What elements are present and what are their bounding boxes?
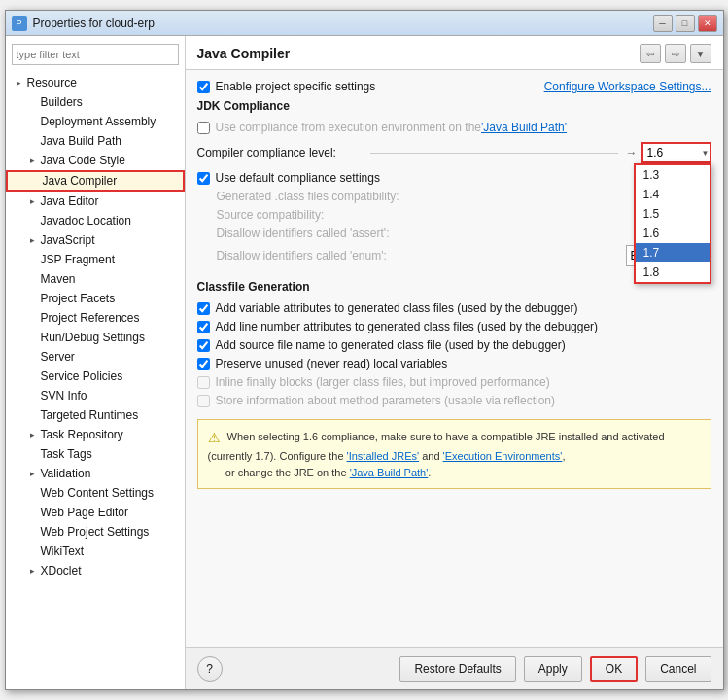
sidebar-item-run-debug-settings[interactable]: Run/Debug Settings [6,328,185,347]
help-button[interactable]: ? [197,656,223,682]
classfile-label-5: Store information about method parameter… [216,394,556,407]
sidebar-item-resource[interactable]: Resource [6,73,185,92]
titlebar-buttons: ─ □ ✕ [653,15,717,32]
classfile-checkbox-row-5: Store information about method parameter… [197,394,711,407]
classfile-checkbox-2[interactable] [197,339,210,352]
option-1-3[interactable]: 1.3 [636,165,710,185]
window-icon: P [12,16,27,31]
sidebar-tree: ResourceBuildersDeployment AssemblyJava … [6,73,185,580]
compliance-divider [370,153,618,154]
sidebar-label-javascript: JavaScript [41,233,95,247]
minimize-button[interactable]: ─ [653,15,673,32]
classfile-checkbox-0[interactable] [197,302,210,315]
sidebar-item-web-project-settings[interactable]: Web Project Settings [6,522,185,542]
compliance-dropdown[interactable]: 1.3 1.4 1.5 1.6 1.7 1.8 [641,142,711,163]
tree-arrow-task-repository [27,429,39,440]
java-build-path-link1[interactable]: 'Java Build Path' [481,121,567,134]
sidebar: ResourceBuildersDeployment AssemblyJava … [6,36,186,689]
classfile-checkbox-row-2: Add source file name to generated class … [197,338,711,352]
sidebar-item-svn-info[interactable]: SVN Info [6,386,185,405]
option-1-4[interactable]: 1.4 [636,185,710,204]
sidebar-label-project-facets: Project Facets [41,292,116,305]
enable-specific-settings-checkbox[interactable] [197,81,210,93]
sidebar-item-xdoclet[interactable]: XDoclet [6,561,185,580]
jdk-compliance-section: JDK Compliance Use compliance from execu… [197,99,711,266]
use-default-compliance-checkbox[interactable] [197,172,210,185]
tree-arrow-resource [14,77,25,88]
sidebar-label-javadoc-location: Javadoc Location [41,214,131,228]
sidebar-item-project-references[interactable]: Project References [6,308,185,328]
nav-dropdown-button[interactable]: ▼ [690,44,711,63]
option-1-7[interactable]: 1.7 [636,243,710,262]
sidebar-label-task-repository: Task Repository [41,428,123,441]
ok-button[interactable]: OK [590,656,638,682]
sidebar-item-maven[interactable]: Maven [6,269,185,289]
sidebar-item-project-facets[interactable]: Project Facets [6,289,185,308]
field-assert-label: Disallow identifiers called 'assert': [217,227,440,240]
sidebar-item-wikitext[interactable]: WikiText [6,542,185,561]
nav-back-button[interactable]: ⇦ [640,44,661,63]
sidebar-label-xdoclet: XDoclet [41,564,82,578]
sidebar-item-web-page-editor[interactable]: Web Page Editor [6,503,185,522]
classfile-label-3: Preserve unused (never read) local varia… [216,357,448,370]
sidebar-item-java-editor[interactable]: Java Editor [6,192,185,211]
sidebar-label-java-build-path: Java Build Path [41,134,121,148]
classfile-checkbox-5[interactable] [197,395,210,407]
maximize-button[interactable]: □ [676,15,695,32]
use-compliance-checkbox[interactable] [197,122,210,134]
use-compliance-label: Use compliance from execution environmen… [216,121,481,134]
installed-jres-link[interactable]: 'Installed JREs' [347,450,420,462]
sidebar-label-run-debug-settings: Run/Debug Settings [41,331,145,344]
enable-specific-settings-label: Enable project specific settings [216,80,376,93]
sidebar-label-server: Server [41,350,75,364]
classfile-checkbox-4[interactable] [197,376,210,389]
use-default-compliance-label: Use default compliance settings [216,171,380,185]
footer-left: ? [197,656,393,682]
sidebar-item-deployment-assembly[interactable]: Deployment Assembly [6,112,185,131]
compliance-dropdown-wrapper: 1.3 1.4 1.5 1.6 1.7 1.8 ▼ 1.3 [641,142,711,163]
cancel-button[interactable]: Cancel [645,656,711,682]
sidebar-item-jsp-fragment[interactable]: JSP Fragment [6,250,185,269]
panel-footer: ? Restore Defaults Apply OK Cancel [186,648,723,689]
option-1-5[interactable]: 1.5 [636,204,710,224]
configure-workspace-link[interactable]: Configure Workspace Settings... [544,80,711,93]
sidebar-item-web-content-settings[interactable]: Web Content Settings [6,483,185,503]
apply-button[interactable]: Apply [524,656,582,682]
sidebar-item-service-policies[interactable]: Service Policies [6,367,185,386]
sidebar-item-java-compiler[interactable]: Java Compiler [6,170,185,192]
sidebar-label-task-tags: Task Tags [41,447,92,461]
classfile-checkbox-1[interactable] [197,321,210,333]
classfile-checkbox-row-1: Add line number attributes to generated … [197,320,711,333]
sidebar-item-task-tags[interactable]: Task Tags [6,444,185,464]
java-build-path-link2[interactable]: 'Java Build Path' [350,467,429,478]
classfile-checkbox-3[interactable] [197,358,210,370]
sidebar-label-resource: Resource [27,76,77,89]
filter-input[interactable] [12,44,179,65]
sidebar-label-web-page-editor: Web Page Editor [41,506,129,519]
sidebar-item-validation[interactable]: Validation [6,464,185,483]
nav-forward-button[interactable]: ⇨ [665,44,686,63]
properties-dialog: P Properties for cloud-erp ─ □ ✕ Resourc… [5,10,724,690]
sidebar-item-java-build-path[interactable]: Java Build Path [6,131,185,151]
sidebar-label-deployment-assembly: Deployment Assembly [41,115,156,128]
sidebar-item-javadoc-location[interactable]: Javadoc Location [6,211,185,230]
sidebar-label-jsp-fragment: JSP Fragment [41,253,115,266]
sidebar-item-javascript[interactable]: JavaScript [6,230,185,250]
tree-arrow-java-editor [27,195,39,207]
restore-defaults-button[interactable]: Restore Defaults [399,656,515,682]
sidebar-item-targeted-runtimes[interactable]: Targeted Runtimes [6,405,185,425]
panel-content: Enable project specific settings Configu… [186,70,723,648]
sidebar-item-builders[interactable]: Builders [6,92,185,112]
sidebar-label-builders: Builders [41,95,83,109]
sidebar-item-task-repository[interactable]: Task Repository [6,425,185,444]
exec-env-link[interactable]: 'Execution Environments' [443,450,563,462]
sidebar-item-java-code-style[interactable]: Java Code Style [6,151,185,170]
close-button[interactable]: ✕ [698,15,717,32]
sidebar-label-web-project-settings: Web Project Settings [41,525,150,539]
option-1-8[interactable]: 1.8 [636,262,710,282]
classfile-label-4: Inline finally blocks (larger class file… [216,375,550,389]
warning-text-period: . [428,467,431,478]
sidebar-item-server[interactable]: Server [6,347,185,367]
compliance-level-row: Compiler compliance level: → 1.3 1.4 1.5… [197,142,711,163]
option-1-6[interactable]: 1.6 [636,224,710,243]
